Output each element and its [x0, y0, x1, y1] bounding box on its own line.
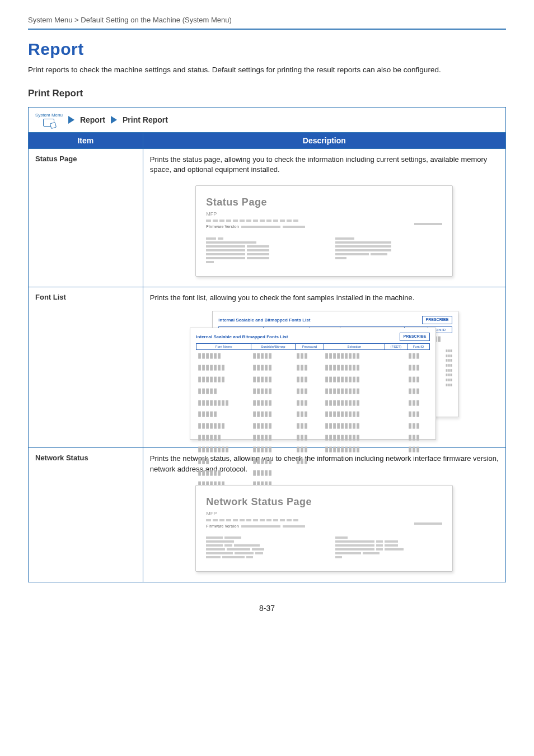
- chevron-right-icon: [68, 116, 74, 124]
- item-cell: Network Status: [29, 448, 143, 582]
- desc-cell: Prints the font list, allowing you to ch…: [143, 287, 505, 448]
- item-cell: Font List: [29, 287, 143, 448]
- col-header-description: Description: [143, 132, 505, 148]
- mock-subtitle: MFP: [206, 211, 442, 218]
- font-list-mock: Internal Scalable and Bitmapped Fonts Li…: [190, 311, 458, 440]
- network-status-mock: Network Status Page MFP Firmware Version: [195, 485, 453, 572]
- status-page-mock: Status Page MFP Firmware Version: [195, 185, 453, 276]
- font-mock-title: Internal Scalable and Bitmapped Fonts Li…: [218, 317, 310, 324]
- table-row: Font List Prints the font list, allowing…: [29, 287, 506, 448]
- desc-cell: Prints the status page, allowing you to …: [143, 148, 505, 287]
- font-mock-title: Internal Scalable and Bitmapped Fonts Li…: [196, 334, 288, 340]
- page-title: Report: [28, 40, 506, 59]
- mock-subtitle: MFP: [206, 510, 442, 517]
- desc-text: Prints the status page, allowing you to …: [150, 155, 488, 174]
- chevron-right-icon: [111, 116, 117, 124]
- prescribe-badge: PRESCRIBE: [422, 316, 453, 324]
- firmware-row: Firmware Version: [206, 224, 442, 230]
- desc-text: Prints the font list, allowing you to ch…: [150, 293, 415, 302]
- mock-title: Network Status Page: [206, 494, 442, 509]
- font-col: Font Name: [196, 343, 251, 350]
- nav-path-box: System Menu Report Print Report: [28, 107, 506, 132]
- icon-label: System Menu: [35, 113, 63, 118]
- firmware-label: Firmware Version: [206, 224, 238, 230]
- font-table: Font NameScalable/BitmapPasswordSelectio…: [196, 343, 430, 502]
- font-col: Selection: [324, 343, 385, 350]
- font-sheet-front: Internal Scalable and Bitmapped Fonts Li…: [190, 328, 436, 440]
- intro-text: Print reports to check the machine setti…: [28, 64, 506, 76]
- page-number: 8-37: [28, 604, 506, 613]
- firmware-label: Firmware Version: [206, 524, 238, 529]
- nav-crumb-print-report: Print Report: [123, 115, 168, 124]
- divider: [28, 29, 506, 30]
- report-table: Item Description Status Page Prints the …: [28, 132, 506, 583]
- font-col: (FSET): [385, 343, 407, 350]
- nav-crumb-report: Report: [80, 115, 105, 124]
- table-row: Status Page Prints the status page, allo…: [29, 148, 506, 287]
- font-col: Password: [295, 343, 324, 350]
- font-col: Font ID: [407, 343, 430, 350]
- font-col: Scalable/Bitmap: [251, 343, 296, 350]
- col-header-item: Item: [29, 132, 143, 148]
- firmware-row: Firmware Version: [206, 524, 442, 529]
- system-menu-icon: System Menu: [35, 113, 63, 127]
- section-title: Print Report: [28, 88, 506, 99]
- mock-title: Status Page: [206, 195, 442, 209]
- breadcrumb: System Menu > Default Setting on the Mac…: [28, 16, 506, 29]
- item-cell: Status Page: [29, 148, 143, 287]
- prescribe-badge: PRESCRIBE: [400, 333, 430, 340]
